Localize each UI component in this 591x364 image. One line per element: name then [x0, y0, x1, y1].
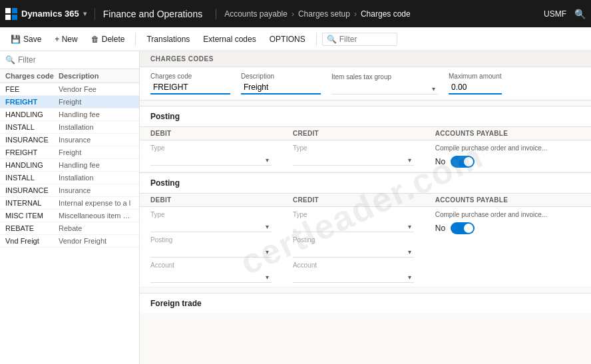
- list-item[interactable]: Vnd FreigtVendor Freight: [0, 235, 139, 248]
- debit-col-2: Type Posting: [150, 211, 272, 283]
- debit-account-select[interactable]: [150, 270, 272, 283]
- row-desc: Insurance: [59, 136, 134, 144]
- debit-posting-field: Posting: [150, 236, 272, 258]
- debit-type-select-1[interactable]: [150, 153, 272, 166]
- org-label: USMF: [544, 9, 566, 19]
- left-panel: 🔍 Charges code Description FEEVendor Fee…: [0, 51, 140, 364]
- credit-type-select-1[interactable]: [293, 153, 414, 166]
- list-item[interactable]: INSURANCEInsurance: [0, 134, 139, 146]
- credit-posting-select[interactable]: [293, 245, 414, 258]
- list-filter-input[interactable]: [18, 55, 134, 65]
- credit-posting-field: Posting: [293, 236, 414, 258]
- credit-type-select-2[interactable]: [293, 220, 414, 232]
- row-code: INSURANCE: [5, 136, 59, 144]
- list-item[interactable]: REBATERebate: [0, 222, 139, 235]
- credit-col-2: Type Posting: [293, 211, 414, 283]
- debit-account-select-wrapper: [150, 270, 272, 283]
- list-item[interactable]: HANDLINGHandling fee: [0, 159, 139, 172]
- delete-icon: 🗑: [91, 35, 99, 44]
- list-item[interactable]: INSTALLInstallation: [0, 172, 139, 184]
- save-button[interactable]: 💾 Save: [5, 32, 47, 47]
- delete-button[interactable]: 🗑 Delete: [86, 32, 130, 47]
- ap-toggle-no-2: No: [435, 224, 445, 233]
- list-item[interactable]: FREIGHTFreight: [0, 96, 139, 108]
- breadcrumb: Accounts payable › Charges setup › Charg…: [224, 9, 544, 19]
- row-desc: Vendor Fee: [59, 85, 134, 93]
- ap-toggle-row-1: No: [435, 156, 580, 168]
- row-code: HANDLING: [5, 161, 59, 169]
- debit-type-select-wrapper-2: [150, 220, 272, 232]
- ap-label-2: ACCOUNTS PAYABLE: [435, 196, 580, 204]
- debit-type-select-2[interactable]: [150, 220, 272, 232]
- list-item[interactable]: INSURANCEInsurance: [0, 184, 139, 197]
- top-nav-right: USMF 🔍: [544, 9, 586, 19]
- max-amount-input[interactable]: [449, 81, 502, 94]
- charges-desc-input[interactable]: [241, 81, 321, 94]
- filter-input[interactable]: [339, 35, 393, 44]
- top-navigation: Dynamics 365 ▾ Finance and Operations Ac…: [0, 0, 591, 27]
- section-sub-header-2: DEBIT CREDIT ACCOUNTS PAYABLE: [140, 194, 591, 207]
- debit-type-field-2: Type: [150, 211, 272, 232]
- row-code: FEE: [5, 85, 59, 93]
- global-search-icon[interactable]: 🔍: [574, 9, 586, 19]
- tax-group-select[interactable]: [331, 82, 438, 94]
- new-button[interactable]: + New: [49, 32, 83, 47]
- debit-col-1: Type: [150, 144, 272, 166]
- col-header-desc: Description: [59, 72, 134, 80]
- charges-code-input[interactable]: [150, 81, 230, 94]
- posting-row-1: Type Type: [140, 140, 591, 172]
- list-item[interactable]: MISC ITEMMiscellaneous item ch...: [0, 210, 139, 222]
- ap-toggle-2[interactable]: [451, 222, 475, 234]
- list-item[interactable]: INSTALLInstallation: [0, 121, 139, 134]
- brand-chevron[interactable]: ▾: [83, 10, 87, 17]
- charges-codes-section-header: CHARGES CODES: [140, 51, 591, 67]
- credit-account-select[interactable]: [293, 270, 414, 283]
- filter-icon: 🔍: [5, 55, 15, 65]
- charges-desc-field: Description: [241, 73, 321, 94]
- row-desc: Vendor Freight: [59, 237, 134, 245]
- charges-code-field: Charges code: [150, 73, 230, 94]
- options-button[interactable]: OPTIONS: [264, 32, 311, 47]
- debit-account-field: Account: [150, 262, 272, 283]
- ap-col-1: Compile purchase order and invoice... No: [435, 144, 580, 168]
- translations-button[interactable]: Translations: [141, 32, 195, 47]
- debit-type-label-1: Type: [150, 144, 272, 152]
- brand-icon: [5, 8, 17, 20]
- toolbar: 💾 Save + New 🗑 Delete Translations Exter…: [0, 27, 591, 51]
- ap-toggle-no-1: No: [435, 157, 445, 166]
- charges-code-label: Charges code: [150, 73, 230, 80]
- credit-label-2: CREDIT: [293, 196, 414, 204]
- list-item[interactable]: FREIGHTFreight: [0, 146, 139, 159]
- ap-desc-1: Compile purchase order and invoice...: [435, 144, 580, 152]
- filter-bar: 🔍: [0, 51, 139, 69]
- row-code: INSURANCE: [5, 186, 59, 194]
- list-item[interactable]: HANDLINGHandling fee: [0, 108, 139, 121]
- toggle-knob-1: [464, 157, 473, 166]
- filter-search[interactable]: 🔍: [322, 33, 397, 46]
- breadcrumb-sep-2: ›: [354, 9, 357, 19]
- brand-logo[interactable]: Dynamics 365 ▾: [5, 8, 95, 20]
- row-desc: Installation: [59, 174, 134, 182]
- max-amount-label: Maximum amount: [449, 73, 502, 80]
- credit-account-field: Account: [293, 262, 414, 283]
- ap-col-2: Compile purchase order and invoice... No: [435, 211, 580, 234]
- list-item[interactable]: INTERNALInternal expense to a l: [0, 197, 139, 210]
- ap-toggle-1[interactable]: [451, 156, 475, 168]
- debit-label-2: DEBIT: [150, 196, 272, 204]
- max-amount-field: Maximum amount: [449, 73, 502, 94]
- credit-account-select-wrapper: [293, 270, 414, 283]
- credit-posting-label: Posting: [293, 236, 414, 244]
- debit-posting-label: Posting: [150, 236, 272, 244]
- toolbar-separator-2: [316, 33, 317, 46]
- posting-section-1-header: Posting: [140, 106, 591, 127]
- external-codes-button[interactable]: External codes: [198, 32, 261, 47]
- right-panel: CHARGES CODES Charges code Description I…: [140, 51, 591, 364]
- main-layout: 🔍 Charges code Description FEEVendor Fee…: [0, 51, 591, 364]
- row-desc: Freight: [59, 98, 134, 106]
- breadcrumb-accounts-payable[interactable]: Accounts payable: [224, 9, 288, 19]
- credit-label-1: CREDIT: [293, 130, 414, 137]
- row-code: INTERNAL: [5, 199, 59, 207]
- breadcrumb-charges-setup[interactable]: Charges setup: [298, 9, 350, 19]
- list-item[interactable]: FEEVendor Fee: [0, 83, 139, 96]
- debit-posting-select[interactable]: [150, 245, 272, 258]
